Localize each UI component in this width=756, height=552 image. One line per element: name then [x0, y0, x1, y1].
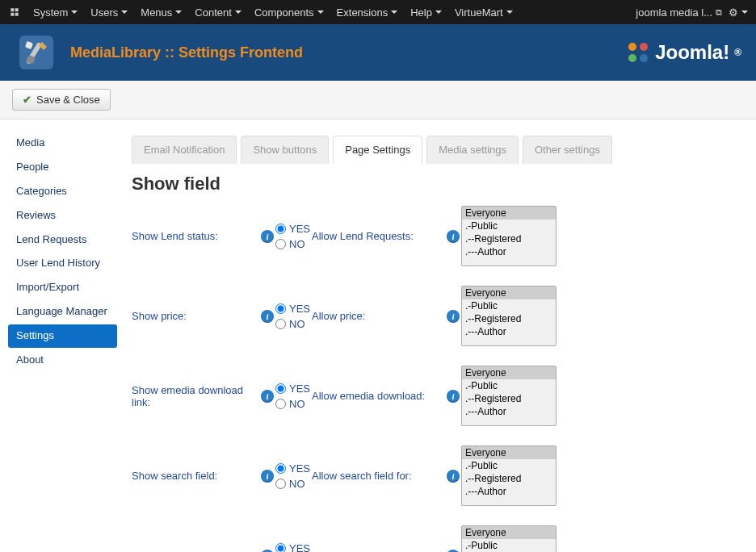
menu-virtuemart[interactable]: VirtueMart	[449, 2, 519, 23]
site-link[interactable]: joomla media l...⧉	[636, 6, 722, 19]
radio-label: YES	[289, 462, 310, 475]
radio-input-yes[interactable]	[275, 463, 286, 474]
info-icon[interactable]: i	[447, 470, 460, 483]
save-close-button[interactable]: ✔ Save & Close	[12, 89, 111, 111]
svg-point-7	[640, 54, 648, 62]
tab-media-settings[interactable]: Media settings	[426, 136, 519, 164]
sidebar-item-settings[interactable]: Settings	[8, 324, 117, 348]
caret-icon	[506, 10, 513, 14]
radio-input-no[interactable]	[275, 479, 286, 489]
radio-input-no[interactable]	[275, 319, 286, 329]
admin-right-menu: joomla media l...⧉ ⚙	[636, 6, 748, 19]
admin-bar: System Users Menus Content Components Ex…	[0, 0, 756, 24]
allow-select[interactable]: Everyone.-Public.--Registered.---Author	[461, 206, 556, 266]
select-col: Everyone.-Public.--Registered.---Author	[461, 445, 562, 506]
radio-no[interactable]: NO	[275, 238, 312, 250]
menu-help[interactable]: Help	[405, 2, 447, 23]
sidebar-item-lend-requests[interactable]: Lend Requests	[8, 228, 117, 252]
sidebar-item-categories[interactable]: Categories	[8, 180, 117, 203]
caret-icon	[741, 10, 748, 14]
field-label: Show search field:	[132, 470, 259, 482]
info-icon[interactable]: i	[447, 230, 460, 243]
radio-col: YESNO	[275, 462, 312, 490]
radio-label: NO	[289, 478, 305, 490]
info-icon[interactable]: i	[261, 390, 274, 403]
info-col: i	[445, 310, 461, 323]
toolbar: ✔ Save & Close	[0, 81, 756, 119]
menu-menus[interactable]: Menus	[135, 2, 187, 23]
tab-page-settings[interactable]: Page Settings	[333, 136, 422, 164]
info-icon[interactable]: i	[261, 230, 274, 243]
radio-col: YESNO	[275, 223, 312, 250]
radio-input-no[interactable]	[275, 399, 286, 409]
radio-group: YESNO	[275, 462, 312, 490]
content: Email NotificationShow buttonsPage Setti…	[117, 119, 756, 552]
radio-yes[interactable]: YES	[275, 542, 312, 553]
main-container: MediaPeopleCategoriesReviewsLend Request…	[0, 119, 756, 552]
menu-users[interactable]: Users	[85, 2, 133, 23]
info-icon[interactable]: i	[261, 310, 274, 323]
form-rows: Show Lend status:iYESNOAllow Lend Reques…	[132, 206, 741, 552]
allow-label: Allow Lend Requests:	[312, 230, 445, 242]
allow-select[interactable]: Everyone.-Public.--Registered.---Author	[461, 286, 556, 346]
page-title: MediaLibrary :: Settings Frontend	[70, 44, 303, 61]
sidebar-item-user-lend-history[interactable]: User Lend History	[8, 252, 117, 275]
radio-input-yes[interactable]	[275, 303, 286, 314]
header-left: MediaLibrary :: Settings Frontend	[15, 31, 303, 74]
sidebar-item-media[interactable]: Media	[8, 132, 117, 155]
radio-input-yes[interactable]	[275, 224, 286, 234]
settings-gear[interactable]: ⚙	[729, 6, 748, 19]
allow-label: Allow emedia download:	[312, 390, 445, 402]
caret-icon	[391, 10, 397, 14]
radio-input-no[interactable]	[275, 239, 286, 249]
menu-components[interactable]: Components	[249, 2, 330, 23]
sidebar-item-import-export[interactable]: Import/Export	[8, 276, 117, 299]
allow-select[interactable]: Everyone.-Public.--Registered.---Author	[461, 366, 556, 426]
radio-group: YESNO	[275, 223, 312, 250]
menu-extensions[interactable]: Extensions	[331, 2, 404, 23]
info-col: i	[259, 470, 275, 483]
svg-rect-0	[8, 6, 21, 19]
info-icon[interactable]: i	[261, 470, 274, 483]
menu-system[interactable]: System	[27, 2, 83, 23]
sidebar-item-people[interactable]: People	[8, 156, 117, 179]
radio-yes[interactable]: YES	[275, 462, 312, 475]
radio-no[interactable]: NO	[275, 478, 312, 490]
tab-other-settings[interactable]: Other settings	[523, 136, 612, 164]
radio-yes[interactable]: YES	[275, 303, 312, 315]
info-col: i	[445, 230, 461, 243]
info-col: i	[445, 390, 461, 403]
joomla-logo-icon	[626, 40, 650, 65]
radio-no[interactable]: NO	[275, 318, 312, 330]
menu-content[interactable]: Content	[189, 2, 247, 23]
radio-col: YESNO	[275, 542, 312, 553]
form-row: Show price:iYESNOAllow price:iEveryone.-…	[132, 286, 741, 346]
sidebar-item-reviews[interactable]: Reviews	[8, 204, 117, 228]
tab-email-notification[interactable]: Email Notification	[132, 136, 237, 164]
joomla-icon	[8, 6, 21, 19]
radio-no[interactable]: NO	[275, 398, 312, 410]
allow-select[interactable]: Everyone.-Public.--Registered.---Author	[461, 525, 556, 552]
info-icon[interactable]: i	[447, 550, 460, 553]
radio-yes[interactable]: YES	[275, 223, 312, 235]
check-icon: ✔	[23, 94, 32, 106]
radio-input-yes[interactable]	[275, 383, 286, 394]
form-row: Show search field:iYESNOAllow search fie…	[132, 445, 741, 506]
admin-menu: System Users Menus Content Components Ex…	[27, 2, 636, 23]
select-col: Everyone.-Public.--Registered.---Author	[461, 525, 562, 552]
caret-icon	[317, 10, 324, 14]
info-icon[interactable]: i	[447, 390, 460, 403]
info-icon[interactable]: i	[261, 550, 274, 553]
allow-select[interactable]: Everyone.-Public.--Registered.---Author	[461, 445, 556, 506]
select-col: Everyone.-Public.--Registered.---Author	[461, 366, 562, 426]
sidebar-item-language-manager[interactable]: Language Manager	[8, 300, 117, 324]
radio-yes[interactable]: YES	[275, 383, 312, 395]
field-label: Show price:	[132, 310, 259, 322]
info-icon[interactable]: i	[447, 310, 460, 323]
radio-input-yes[interactable]	[275, 543, 286, 553]
sidebar-item-about[interactable]: About	[8, 349, 117, 372]
svg-point-4	[628, 43, 636, 51]
tab-show-buttons[interactable]: Show buttons	[241, 136, 329, 164]
svg-point-6	[628, 54, 636, 62]
radio-label: NO	[289, 398, 305, 410]
